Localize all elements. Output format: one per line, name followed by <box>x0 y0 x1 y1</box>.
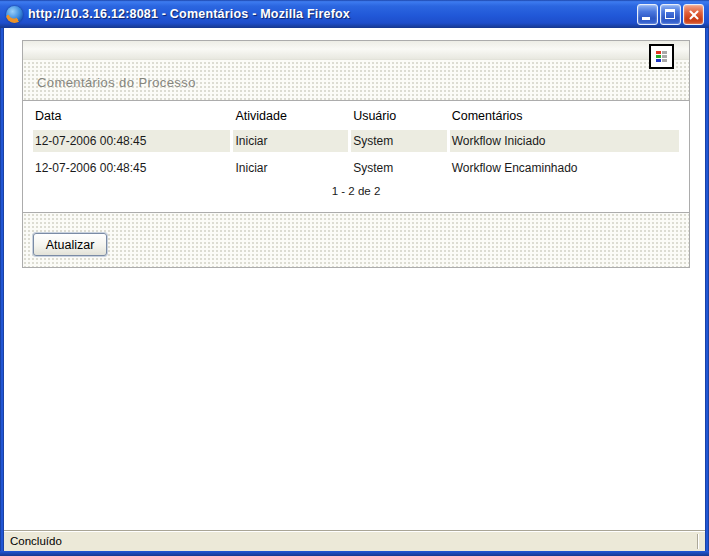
maximize-icon <box>665 9 675 19</box>
comments-table: Data Atividade Usuário Comentários 12-07… <box>30 101 682 184</box>
legend-grid-icon[interactable] <box>649 44 674 69</box>
cell-data: 12-07-2006 00:48:45 <box>33 157 230 179</box>
minimize-icon <box>642 17 650 20</box>
cell-comentarios: Workflow Iniciado <box>450 130 679 152</box>
table-header-row: Data Atividade Usuário Comentários <box>33 106 679 125</box>
status-text: Concluído <box>10 535 62 547</box>
column-header-comentarios: Comentários <box>450 106 679 125</box>
status-bar: Concluído <box>4 530 705 551</box>
statusbar-divider <box>697 534 699 549</box>
window-frame-bottom <box>0 551 709 556</box>
column-header-data: Data <box>33 106 230 125</box>
panel-header: Comentários do Processo <box>23 41 689 101</box>
cell-atividade: Iniciar <box>233 157 348 179</box>
column-header-atividade: Atividade <box>233 106 348 125</box>
process-comments-panel: Comentários do Processo <box>22 40 690 268</box>
titlebar: http://10.3.16.12:8081 - Comentários - M… <box>0 0 709 28</box>
cell-usuario: System <box>351 157 447 179</box>
pagination-label: 1 - 2 de 2 <box>30 185 682 197</box>
window-frame-right <box>705 28 709 551</box>
cell-data: 12-07-2006 00:48:45 <box>33 130 230 152</box>
refresh-button[interactable]: Atualizar <box>33 233 107 256</box>
maximize-button[interactable] <box>660 4 681 25</box>
page-content: Comentários do Processo <box>4 28 705 530</box>
table-row: 12-07-2006 00:48:45 Iniciar System Workf… <box>33 130 679 152</box>
cell-usuario: System <box>351 130 447 152</box>
panel-title: Comentários do Processo <box>37 75 196 90</box>
table-row: 12-07-2006 00:48:45 Iniciar System Workf… <box>33 157 679 179</box>
cell-atividade: Iniciar <box>233 130 348 152</box>
firefox-logo-icon <box>6 6 23 23</box>
column-header-usuario: Usuário <box>351 106 447 125</box>
minimize-button[interactable] <box>637 4 658 25</box>
cell-comentarios: Workflow Encaminhado <box>450 157 679 179</box>
window-title: http://10.3.16.12:8081 - Comentários - M… <box>28 7 637 21</box>
panel-footer: Atualizar <box>23 212 689 267</box>
browser-window: http://10.3.16.12:8081 - Comentários - M… <box>0 0 709 556</box>
window-controls <box>637 4 704 25</box>
comments-table-area: Data Atividade Usuário Comentários 12-07… <box>23 101 689 212</box>
close-button[interactable] <box>683 4 704 25</box>
